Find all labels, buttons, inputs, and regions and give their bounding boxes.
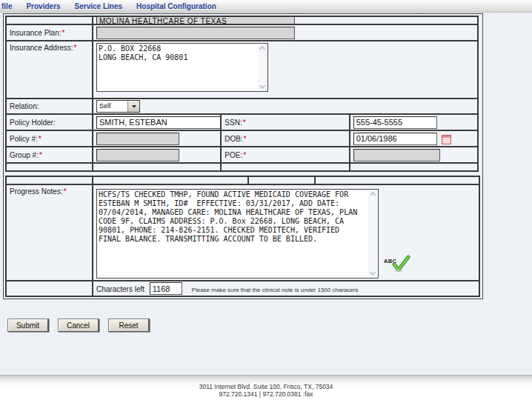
clipped-label-cell: [6, 16, 93, 24]
group-number-label: Group #:*: [6, 147, 93, 163]
insurance-form-table-top: Insurance Plan:* Insurance Address:* P.O…: [5, 16, 479, 172]
relation-selected-value: Self: [97, 101, 127, 112]
table-row-characters-left: Characters left Please make sure that th…: [6, 281, 479, 296]
empty-cell: [6, 176, 93, 184]
clipped-value-cell: [93, 16, 478, 24]
submit-button[interactable]: Submit: [7, 319, 49, 332]
ssn-cell: [350, 114, 478, 130]
scroll-up-icon[interactable]: [370, 191, 376, 197]
poe-label: POE:*: [221, 147, 349, 163]
relation-dropdown-button[interactable]: [127, 101, 139, 112]
ssn-label: SSN:*: [221, 114, 349, 130]
insurance-form-table-bottom: Progress Notes:* HCFS/TS CHECKED TMHP, F…: [5, 176, 480, 297]
empty-cell: [248, 176, 315, 184]
table-row-group-number: Group #:* POE:*: [6, 147, 478, 163]
table-row-insurance-plan: Insurance Plan:*: [6, 24, 478, 41]
scroll-down-icon[interactable]: [259, 83, 265, 89]
table-row-insurance-address: Insurance Address:* P.O. BOX 22668 LONG …: [6, 41, 478, 99]
spellcheck-icon[interactable]: ABC: [384, 255, 415, 277]
table-row-empty: [6, 176, 479, 184]
insurance-plan-field[interactable]: [96, 27, 295, 39]
nav-item-providers[interactable]: Providers: [26, 2, 60, 10]
characters-left-cell: Characters left Please make sure that th…: [93, 281, 479, 296]
insurance-plan-label: Insurance Plan:*: [6, 24, 93, 41]
table-row-progress-notes: Progress Notes:* HCFS/TS CHECKED TMHP, F…: [6, 184, 479, 281]
progress-notes-label: Progress Notes:*: [6, 184, 93, 281]
insurance-address-textarea[interactable]: P.O. BOX 22668 LONG BEACH, CA 90801: [97, 44, 258, 91]
poe-cell: [350, 147, 478, 163]
nav-item-file[interactable]: file: [1, 2, 12, 10]
green-check-icon: [391, 255, 410, 273]
reset-button[interactable]: Reset: [108, 319, 150, 332]
empty-cell: [93, 176, 248, 184]
table-row-relation: Relation: Self: [6, 99, 478, 114]
group-number-field[interactable]: [96, 149, 179, 161]
top-nav-bar: file Providers Service Lines Hospital Co…: [0, 0, 532, 13]
scroll-up-icon[interactable]: [259, 46, 265, 52]
dob-label: DOB:*: [221, 130, 349, 147]
characters-left-label: Characters left: [96, 285, 144, 293]
empty-cell: [221, 163, 349, 171]
progress-notes-textarea[interactable]: HCFS/TS CHECKED TMHP, FOUND ACTIVE MEDIC…: [97, 190, 368, 278]
empty-cell: [93, 163, 221, 171]
ssn-field[interactable]: [353, 116, 437, 129]
insurance-address-textarea-frame: P.O. BOX 22668 LONG BEACH, CA 90801: [96, 43, 268, 92]
nav-item-hospital-configuration[interactable]: Hospital Configuration: [136, 2, 216, 10]
insurance-address-label: Insurance Address:*: [6, 41, 93, 99]
table-row-policy-number: Policy #:* DOB:*: [6, 130, 478, 147]
table-row-policy-holder: Policy Holder: SSN:*: [6, 114, 478, 130]
chevron-down-icon: [132, 105, 136, 108]
empty-cell: [6, 163, 93, 171]
scroll-down-icon[interactable]: [370, 269, 376, 275]
insurance-address-cell: P.O. BOX 22668 LONG BEACH, CA 90801: [93, 41, 478, 99]
footer-address: 3011 Internet Blvd. Suite 100, Frisco, T…: [0, 383, 532, 390]
cancel-button[interactable]: Cancel: [58, 319, 99, 332]
progress-notes-scrollbar[interactable]: [368, 190, 378, 278]
group-number-cell: [93, 147, 221, 163]
calendar-icon[interactable]: [442, 135, 451, 144]
relation-select[interactable]: Self: [96, 100, 140, 113]
policy-number-label: Policy #:*: [6, 130, 93, 147]
footer-phone: 972.720.1341 | 972.720.0381 :fax: [0, 390, 532, 398]
policy-number-cell: [93, 130, 221, 147]
empty-cell: [350, 163, 478, 171]
policy-holder-field[interactable]: [96, 116, 221, 129]
poe-field[interactable]: [353, 149, 440, 161]
dob-cell: [350, 130, 478, 147]
insurance-company-field[interactable]: [96, 17, 295, 24]
relation-label: Relation:: [6, 99, 93, 114]
empty-cell: [6, 281, 93, 296]
nav-item-service-lines[interactable]: Service Lines: [75, 2, 122, 10]
characters-left-count[interactable]: [150, 282, 182, 295]
dob-field[interactable]: [353, 133, 437, 145]
insurance-form-panel: Insurance Plan:* Insurance Address:* P.O…: [3, 13, 483, 299]
relation-cell: Self: [93, 99, 478, 114]
page-footer: 3011 Internet Blvd. Suite 100, Frisco, T…: [0, 375, 532, 400]
policy-holder-cell: [93, 114, 221, 130]
policy-number-field[interactable]: [96, 133, 179, 145]
policy-holder-label: Policy Holder:: [6, 114, 93, 130]
characters-left-note: Please make sure that the clinical note …: [192, 287, 359, 293]
table-row-empty: [6, 163, 478, 171]
insurance-address-scrollbar[interactable]: [258, 44, 267, 91]
empty-cell: [315, 176, 479, 184]
progress-notes-cell: HCFS/TS CHECKED TMHP, FOUND ACTIVE MEDIC…: [93, 184, 479, 281]
progress-notes-textarea-frame: HCFS/TS CHECKED TMHP, FOUND ACTIVE MEDIC…: [96, 189, 379, 279]
insurance-plan-cell: [93, 24, 478, 41]
form-action-buttons: Submit Cancel Reset: [7, 319, 150, 332]
table-row-clipped: [6, 16, 478, 24]
